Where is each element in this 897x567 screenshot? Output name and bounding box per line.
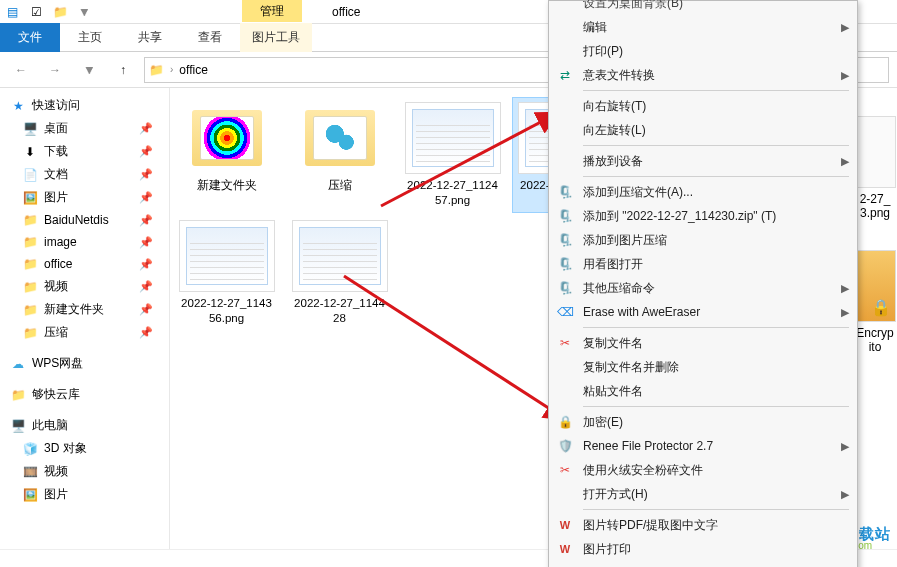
context-menu-item[interactable]: 向右旋转(T) — [549, 94, 857, 118]
folder-icon: ▤ — [4, 4, 20, 20]
breadcrumb-segment[interactable]: office — [179, 63, 207, 77]
cloud-icon: ☁ — [10, 356, 26, 372]
context-menu-item[interactable]: 编辑▶ — [549, 15, 857, 39]
sidebar-item-文档[interactable]: 📄文档📌 — [0, 163, 169, 186]
sidebar-label: WPS网盘 — [32, 355, 83, 372]
context-menu-label: Erase with AweEraser — [583, 305, 833, 319]
star-icon: ★ — [10, 98, 26, 114]
sidebar-item-下载[interactable]: ⬇下载📌 — [0, 140, 169, 163]
sidebar-item-图片[interactable]: 🖼️图片 — [0, 483, 169, 506]
tab-file[interactable]: 文件 — [0, 23, 60, 52]
blank-icon — [555, 121, 575, 139]
pin-icon: 📌 — [139, 191, 153, 204]
quick-access-toolbar: ▤ ☑ 📁 ⯆ — [4, 4, 92, 20]
tab-picture-tools[interactable]: 图片工具 — [240, 23, 312, 52]
context-menu-item[interactable]: ⇄意表文件转换▶ — [549, 63, 857, 87]
pin-icon: 📌 — [139, 214, 153, 227]
sidebar-item-office[interactable]: 📁office📌 — [0, 253, 169, 275]
file-item[interactable]: 2022-12-27_114428 — [287, 216, 392, 330]
context-menu-item[interactable]: 打开方式(H)▶ — [549, 482, 857, 506]
item-icon: 🎞️ — [22, 464, 38, 480]
sidebar-item-label: 视频 — [44, 463, 68, 480]
blank-icon — [555, 152, 575, 170]
list-item[interactable]: 🔒 Encryp ito — [853, 250, 897, 360]
tab-home[interactable]: 主页 — [60, 23, 120, 52]
chevron-right-icon[interactable]: › — [170, 64, 173, 75]
folder-icon: 📁 — [22, 212, 38, 228]
file-item[interactable]: 2022-12-27_112457.png — [400, 98, 505, 212]
sidebar-item-桌面[interactable]: 🖥️桌面📌 — [0, 117, 169, 140]
nav-forward-button[interactable]: → — [42, 57, 68, 83]
nav-recent-button[interactable]: ⯆ — [76, 57, 102, 83]
shred-icon: ✂ — [555, 334, 575, 352]
list-item[interactable]: 2-27_ 3.png — [853, 116, 897, 226]
sidebar-this-pc[interactable]: 🖥️ 此电脑 — [0, 414, 169, 437]
sidebar-item-image[interactable]: 📁image📌 — [0, 231, 169, 253]
context-menu-label: 打开方式(H) — [583, 486, 833, 503]
compress-icon: 🗜️ — [555, 231, 575, 249]
context-menu-item[interactable]: W图片压缩 — [549, 561, 857, 567]
context-menu-item[interactable]: ✂复制文件名 — [549, 331, 857, 355]
sidebar-label: 此电脑 — [32, 417, 68, 434]
folder-small-icon[interactable]: 📁 — [52, 4, 68, 20]
sidebar-item-BaiduNetdis[interactable]: 📁BaiduNetdis📌 — [0, 209, 169, 231]
chevron-right-icon: ▶ — [841, 69, 849, 82]
overflow-right-items: 2-27_ 3.png 🔒 Encryp ito — [853, 116, 897, 360]
compress-icon: 🗜️ — [555, 183, 575, 201]
context-menu-item[interactable]: 复制文件名并删除 — [549, 355, 857, 379]
sidebar-item-label: 图片 — [44, 189, 68, 206]
context-menu-item[interactable]: 🗜️添加到 "2022-12-27_114230.zip" (T) — [549, 204, 857, 228]
context-menu-item[interactable]: 🔒加密(E) — [549, 410, 857, 434]
sidebar-item-3D 对象[interactable]: 🧊3D 对象 — [0, 437, 169, 460]
context-menu-label: 图片打印 — [583, 541, 849, 558]
context-menu-item[interactable]: ⌫Erase with AweEraser▶ — [549, 300, 857, 324]
context-menu-item[interactable]: 🗜️添加到压缩文件(A)... — [549, 180, 857, 204]
sidebar-item-新建文件夹[interactable]: 📁新建文件夹📌 — [0, 298, 169, 321]
chevron-right-icon: ▶ — [841, 21, 849, 34]
sidebar-gkyk[interactable]: 📁 够快云库 — [0, 383, 169, 406]
context-menu-item[interactable]: W图片打印 — [549, 537, 857, 561]
context-menu-label: 添加到图片压缩 — [583, 232, 849, 249]
item-icon: 🖼️ — [22, 487, 38, 503]
nav-up-button[interactable]: ↑ — [110, 57, 136, 83]
nav-back-button[interactable]: ← — [8, 57, 34, 83]
file-item[interactable]: 压缩 — [287, 98, 392, 212]
sidebar-label: 快速访问 — [32, 97, 80, 114]
sidebar-item-视频[interactable]: 📁视频📌 — [0, 275, 169, 298]
context-menu-item[interactable]: 🛡️Renee File Protector 2.7▶ — [549, 434, 857, 458]
context-menu-item[interactable]: 打印(P) — [549, 39, 857, 63]
shred-icon: ✂ — [555, 461, 575, 479]
context-menu-label: 打印(P) — [583, 43, 849, 60]
breadcrumb-root-icon[interactable]: 📁 — [149, 63, 164, 77]
qat-checkbox-icon[interactable]: ☑ — [28, 4, 44, 20]
pin-icon: 📌 — [139, 168, 153, 181]
context-menu-label: 图片转PDF/提取图中文字 — [583, 517, 849, 534]
context-menu-item[interactable]: 播放到设备▶ — [549, 149, 857, 173]
file-item[interactable]: 2022-12-27_114356.png — [174, 216, 279, 330]
context-menu-label: 播放到设备 — [583, 153, 833, 170]
context-menu-item[interactable]: W图片转PDF/提取图中文字 — [549, 513, 857, 537]
tab-view[interactable]: 查看 — [180, 23, 240, 52]
context-menu-item[interactable]: 粘贴文件名 — [549, 379, 857, 403]
context-menu-label: 其他压缩命令 — [583, 280, 833, 297]
context-menu-item[interactable]: ✂使用火绒安全粉碎文件 — [549, 458, 857, 482]
context-menu-item[interactable]: 设置为桌面背景(B) — [549, 0, 857, 15]
pin-icon: 📌 — [139, 326, 153, 339]
sidebar-item-图片[interactable]: 🖼️图片📌 — [0, 186, 169, 209]
context-menu-item[interactable]: 🗜️其他压缩命令▶ — [549, 276, 857, 300]
sidebar-item-视频[interactable]: 🎞️视频 — [0, 460, 169, 483]
context-menu-item[interactable]: 🗜️用看图打开 — [549, 252, 857, 276]
context-menu-item[interactable]: 🗜️添加到图片压缩 — [549, 228, 857, 252]
tab-share[interactable]: 共享 — [120, 23, 180, 52]
folder-icon: ⬇ — [22, 144, 38, 160]
folder-icon: 📁 — [22, 279, 38, 295]
file-item[interactable]: 新建文件夹 — [174, 98, 279, 212]
sidebar-quick-access[interactable]: ★ 快速访问 — [0, 94, 169, 117]
file-label: 2022-12-27_114356.png — [178, 296, 275, 326]
folder-icon: 📁 — [22, 325, 38, 341]
sidebar-wps[interactable]: ☁ WPS网盘 — [0, 352, 169, 375]
context-menu-separator — [583, 327, 849, 328]
context-menu-item[interactable]: 向左旋转(L) — [549, 118, 857, 142]
qat-dropdown-icon[interactable]: ⯆ — [76, 4, 92, 20]
sidebar-item-压缩[interactable]: 📁压缩📌 — [0, 321, 169, 344]
